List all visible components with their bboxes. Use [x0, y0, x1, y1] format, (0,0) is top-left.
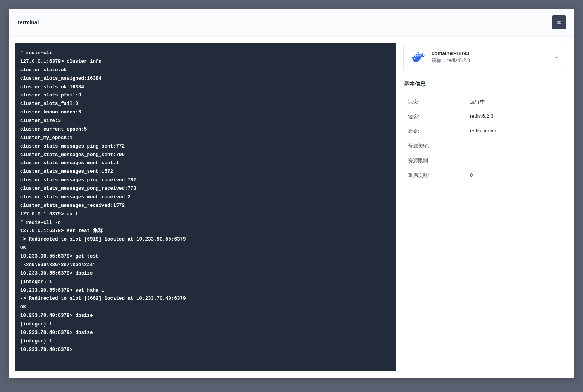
container-info: container-1ilr93 镜像：redis:6.2.3 — [432, 50, 549, 64]
terminal-panel[interactable]: # redis-cli 127.0.0.1:6379> cluster info… — [15, 43, 396, 371]
svg-rect-3 — [416, 55, 417, 57]
info-value: redis:6.2.3 — [470, 113, 494, 120]
svg-rect-8 — [419, 54, 421, 55]
svg-rect-7 — [418, 54, 419, 55]
modal-title: terminal — [18, 19, 39, 26]
info-value: 0 — [470, 172, 473, 179]
close-button[interactable] — [552, 15, 566, 29]
info-label: 状态: — [408, 98, 470, 105]
info-label: 资源限制: — [408, 157, 470, 164]
container-name: container-1ilr93 — [432, 50, 549, 56]
info-value: redis-server — [470, 128, 497, 135]
terminal-modal: terminal # redis-cli 127.0.0.1:6379> clu… — [9, 9, 574, 378]
close-icon — [556, 19, 562, 26]
info-value: 运行中 — [470, 98, 485, 105]
info-label: 资源预留: — [408, 143, 470, 150]
info-row-command: 命令: redis-server — [408, 124, 568, 139]
info-label: 重启次数: — [408, 172, 470, 179]
modal-body: # redis-cli 127.0.0.1:6379> cluster info… — [9, 37, 574, 378]
info-row-status: 状态: 运行中 — [408, 95, 568, 109]
info-label: 命令: — [408, 128, 470, 135]
basic-info-list: 状态: 运行中 镜像: redis:6.2.3 命令: redis-server… — [403, 95, 568, 183]
info-label: 镜像: — [408, 113, 470, 120]
svg-rect-9 — [418, 52, 419, 53]
basic-info-title: 基本信息 — [403, 81, 568, 88]
side-panel: container-1ilr93 镜像：redis:6.2.3 基本信息 状态:… — [403, 43, 568, 371]
svg-rect-4 — [418, 55, 419, 57]
terminal-output: # redis-cli 127.0.0.1:6379> cluster info… — [20, 49, 391, 354]
chevron-down-icon — [554, 55, 559, 60]
info-row-resource-limit: 资源限制: — [408, 153, 568, 168]
svg-rect-5 — [419, 55, 421, 57]
info-row-resource-request: 资源预留: — [408, 139, 568, 153]
docker-whale-icon — [412, 52, 426, 63]
svg-rect-6 — [416, 54, 417, 55]
container-card[interactable]: container-1ilr93 镜像：redis:6.2.3 — [403, 43, 568, 71]
info-row-image: 镜像: redis:6.2.3 — [408, 109, 568, 124]
modal-header: terminal — [9, 9, 574, 37]
svg-point-10 — [414, 58, 415, 59]
svg-rect-2 — [414, 55, 416, 57]
info-row-restart-count: 重启次数: 0 — [408, 168, 568, 183]
container-image-label: 镜像：redis:6.2.3 — [432, 57, 549, 64]
